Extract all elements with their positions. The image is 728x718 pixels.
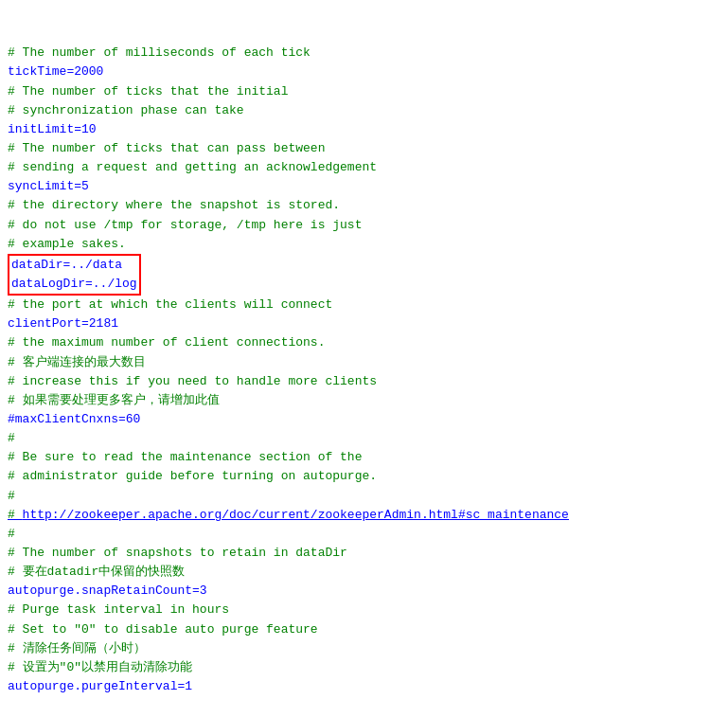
value-line: #maxClientCnxns=60: [8, 410, 720, 429]
value-line: clientPort=2181: [8, 314, 720, 333]
comment-line: # The number of milliseconds of each tic…: [8, 44, 720, 63]
link-line[interactable]: # http://zookeeper.apache.org/doc/curren…: [8, 506, 720, 525]
comment-line: # the maximum number of client connectio…: [8, 333, 720, 352]
comment-line: # sending a request and getting an ackno…: [8, 158, 720, 177]
comment-line: # 要在datadir中保留的快照数: [8, 563, 720, 582]
comment-line: # the directory where the snapshot is st…: [8, 196, 720, 215]
value-line: initLimit=10: [8, 120, 720, 139]
comment-line: # 设置为"0"以禁用自动清除功能: [8, 658, 720, 677]
comment-line: # Set to "0" to disable auto purge featu…: [8, 620, 720, 639]
value-line: autopurge.snapRetainCount=3: [8, 582, 720, 601]
comment-line: # Be sure to read the maintenance sectio…: [8, 448, 720, 467]
comment-line: #: [8, 525, 720, 544]
comment-line: # administrator guide before turning on …: [8, 467, 720, 486]
comment-line: # synchronization phase can take: [8, 101, 720, 120]
comment-line: # example sakes.: [8, 235, 720, 254]
comment-line: # increase this if you need to handle mo…: [8, 372, 720, 391]
comment-line: # 清除任务间隔（小时）: [8, 639, 720, 658]
value-line: dataDir=../data: [11, 256, 137, 275]
comment-line: # the port at which the clients will con…: [8, 296, 720, 314]
comment-line: #: [8, 487, 720, 506]
comment-line: # 客户端连接的最大数目: [8, 353, 720, 372]
value-line: tickTime=2000: [8, 63, 720, 81]
comment-line: #: [8, 429, 720, 448]
comment-line: # The number of snapshots to retain in d…: [8, 544, 720, 563]
comment-line: # Purge task interval in hours: [8, 601, 720, 619]
value-line: dataLogDir=../log: [11, 275, 137, 294]
value-line: autopurge.purgeInterval=1: [8, 677, 720, 696]
comment-line: # The number of ticks that the initial: [8, 82, 720, 101]
comment-line: # do not use /tmp for storage, /tmp here…: [8, 216, 720, 235]
comment-line: # 如果需要处理更多客户，请增加此值: [8, 391, 720, 410]
value-line: syncLimit=5: [8, 177, 720, 196]
highlighted-value-block: dataDir=../datadataLogDir=../log: [8, 254, 141, 296]
config-file: # The number of milliseconds of each tic…: [8, 6, 720, 696]
comment-line: # The number of ticks that can pass betw…: [8, 139, 720, 158]
